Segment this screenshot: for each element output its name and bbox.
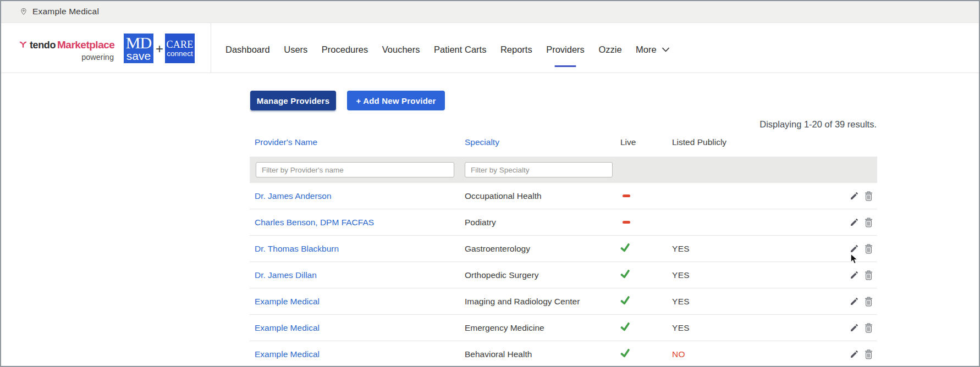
- live-check-icon: [620, 270, 630, 279]
- edit-provider-button[interactable]: [849, 297, 859, 307]
- nav-item-patient-carts[interactable]: Patient Carts: [434, 23, 486, 73]
- provider-listed-publicly: NO: [672, 349, 791, 359]
- delete-trash-icon: [864, 218, 873, 227]
- header: tendo Marketplace powering MD save + CAR…: [1, 23, 979, 73]
- brand-product: Marketplace: [57, 39, 114, 51]
- delete-provider-button[interactable]: [863, 191, 873, 201]
- edit-pencil-icon: [850, 244, 859, 253]
- location-bar: Example Medical: [1, 1, 979, 23]
- nav-item-providers[interactable]: Providers: [546, 23, 585, 73]
- provider-name-link[interactable]: Charles Benson, DPM FACFAS: [255, 218, 374, 227]
- provider-name-link[interactable]: Dr. Thomas Blackburn: [255, 244, 339, 253]
- provider-live-status: [619, 322, 672, 333]
- provider-live-status: [619, 270, 672, 281]
- provider-listed-publicly: YES: [672, 270, 791, 280]
- live-check-icon: [620, 349, 630, 358]
- filter-provider-name-input[interactable]: [256, 162, 454, 177]
- table-body: Dr. James Anderson Occupational Health: [250, 183, 877, 367]
- live-check-icon: [620, 322, 630, 331]
- main-nav: Dashboard Users Procedures Vouchers Pati…: [225, 23, 670, 73]
- provider-specialty: Podiatry: [465, 218, 619, 227]
- not-live-dash-icon: [623, 194, 630, 197]
- nav-item-procedures[interactable]: Procedures: [322, 23, 368, 73]
- edit-provider-button[interactable]: [849, 323, 859, 333]
- location-label: Example Medical: [32, 7, 99, 16]
- provider-specialty: Gastroenterology: [465, 244, 619, 254]
- delete-trash-icon: [864, 191, 873, 201]
- chevron-down-icon: [662, 47, 670, 52]
- provider-name-link[interactable]: Example Medical: [255, 349, 320, 359]
- delete-trash-icon: [864, 270, 873, 280]
- provider-row: Example Medical Imaging and Radiology Ce…: [250, 288, 877, 315]
- delete-trash-icon: [864, 297, 873, 307]
- delete-provider-button[interactable]: [863, 323, 873, 333]
- provider-live-status: [619, 221, 672, 224]
- provider-row: Dr. Thomas Blackburn Gastroenterology YE…: [250, 236, 877, 262]
- provider-listed-publicly: YES: [672, 323, 791, 333]
- location-pin-icon: [20, 7, 27, 16]
- delete-provider-button[interactable]: [863, 297, 873, 307]
- edit-pencil-icon: [850, 218, 859, 227]
- app-window: Example Medical tendo Marketplace poweri…: [0, 0, 980, 367]
- nav-item-more[interactable]: More: [636, 23, 670, 73]
- mdsave-logo-save: save: [126, 51, 151, 62]
- provider-specialty: Behavioral Health: [465, 349, 619, 359]
- nav-item-users[interactable]: Users: [284, 23, 307, 73]
- powering-label: powering: [1, 53, 114, 62]
- live-check-icon: [620, 296, 630, 305]
- edit-provider-button[interactable]: [849, 191, 859, 201]
- provider-live-status: [619, 349, 672, 360]
- edit-pencil-icon: [850, 323, 859, 332]
- column-header-provider-name[interactable]: Provider's Name: [250, 137, 465, 150]
- edit-provider-button[interactable]: [849, 349, 859, 359]
- provider-name-link[interactable]: Dr. James Dillan: [255, 270, 317, 280]
- provider-row: Example Medical Emergency Medicine YES: [250, 315, 877, 341]
- edit-pencil-icon: [850, 297, 859, 306]
- provider-listed-publicly: YES: [672, 244, 791, 254]
- edit-pencil-icon: [850, 191, 859, 201]
- not-live-dash-icon: [623, 221, 630, 224]
- provider-row: Dr. James Dillan Orthopedic Surgery YES: [250, 262, 877, 288]
- table-filter-row: [250, 157, 877, 183]
- provider-live-status: [619, 296, 672, 307]
- manage-providers-button[interactable]: Manage Providers: [250, 91, 336, 110]
- filter-specialty-input[interactable]: [465, 162, 613, 177]
- delete-provider-button[interactable]: [863, 349, 873, 359]
- provider-row: Example Medical Behavioral Health NO: [250, 341, 877, 367]
- live-check-icon: [620, 243, 630, 252]
- provider-row: Charles Benson, DPM FACFAS Podiatry: [250, 209, 877, 236]
- provider-specialty: Imaging and Radiology Center: [465, 297, 619, 307]
- brand-name: tendo: [30, 40, 56, 51]
- provider-name-link[interactable]: Dr. James Anderson: [255, 191, 332, 201]
- edit-provider-button[interactable]: [849, 270, 859, 280]
- delete-trash-icon: [864, 244, 873, 254]
- edit-pencil-icon: [850, 349, 859, 359]
- active-tab-underline: [555, 65, 576, 67]
- results-summary: Displaying 1-20 of 39 results.: [759, 119, 877, 130]
- provider-name-link[interactable]: Example Medical: [255, 323, 320, 332]
- mdsave-logo-md: MD: [126, 36, 151, 50]
- provider-specialty: Emergency Medicine: [465, 323, 619, 333]
- nav-item-reports[interactable]: Reports: [500, 23, 532, 73]
- add-new-provider-button[interactable]: + Add New Provider: [347, 91, 445, 110]
- provider-specialty: Occupational Health: [465, 191, 619, 201]
- nav-item-dashboard[interactable]: Dashboard: [225, 23, 270, 73]
- column-header-specialty[interactable]: Specialty: [465, 137, 619, 150]
- nav-item-vouchers[interactable]: Vouchers: [382, 23, 420, 73]
- edit-provider-button[interactable]: [849, 244, 859, 254]
- delete-trash-icon: [864, 349, 873, 359]
- brand-block: tendo Marketplace powering MD save + CAR…: [1, 23, 211, 73]
- header-divider: [211, 23, 211, 73]
- delete-provider-button[interactable]: [863, 218, 873, 227]
- plus-sign: +: [154, 41, 165, 57]
- edit-pencil-icon: [850, 270, 859, 280]
- careconnect-logo-connect: connect: [167, 50, 192, 57]
- nav-item-ozzie[interactable]: Ozzie: [598, 23, 621, 73]
- provider-live-status: [619, 194, 672, 197]
- provider-live-status: [619, 243, 672, 254]
- delete-provider-button[interactable]: [863, 244, 873, 254]
- provider-name-link[interactable]: Example Medical: [255, 297, 320, 306]
- table-header-row: Provider's Name Specialty Live Listed Pu…: [250, 131, 877, 157]
- edit-provider-button[interactable]: [849, 218, 859, 227]
- delete-provider-button[interactable]: [863, 270, 873, 280]
